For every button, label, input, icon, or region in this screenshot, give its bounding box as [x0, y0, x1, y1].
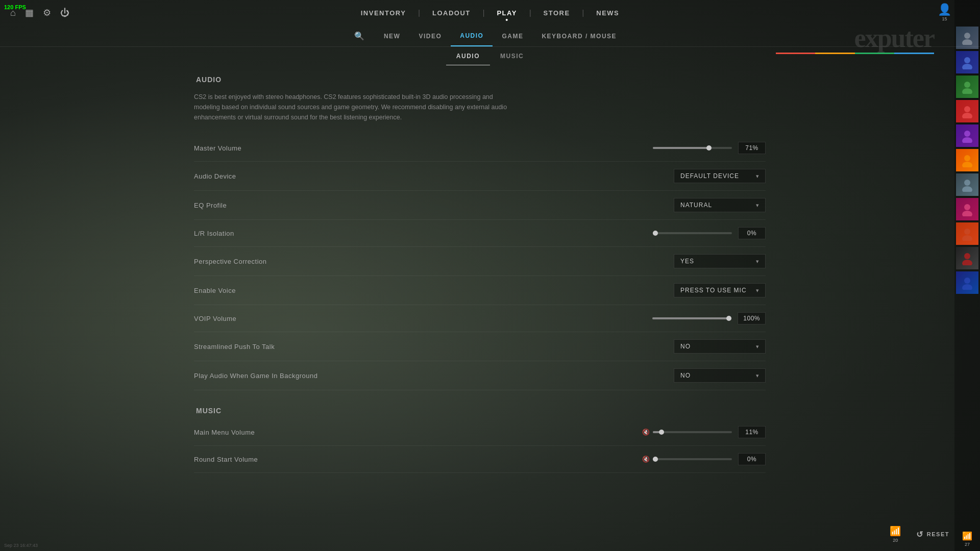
fps-counter: 120 FPS: [4, 4, 26, 10]
perspective-correction-dropdown[interactable]: YES ▾: [674, 254, 766, 268]
nav-item-news[interactable]: NEWS: [584, 2, 631, 24]
inventory-icon[interactable]: ▦: [25, 7, 34, 18]
voip-volume-row: VOIP Volume 100%: [194, 305, 766, 332]
audio-device-value: DEFAULT DEVICE: [680, 172, 739, 180]
avatar-11-placeholder: [956, 271, 978, 294]
settings-icon[interactable]: ⚙: [43, 7, 51, 18]
main-menu-volume-slider-container[interactable]: 🔇: [642, 429, 732, 436]
eq-profile-arrow: ▾: [756, 202, 759, 209]
streamlined-push-to-talk-dropdown[interactable]: NO ▾: [674, 339, 766, 354]
lr-isolation-slider-container[interactable]: [653, 232, 732, 234]
avatar-7[interactable]: [956, 173, 978, 196]
avatar-3-placeholder: [956, 76, 978, 98]
voip-volume-control: 100%: [296, 312, 766, 324]
avatar-5-placeholder: [956, 124, 978, 147]
top-nav: ⌂ ▦ ⚙ ⏻ INVENTORY | LOADOUT | PLAY | STO…: [0, 0, 980, 26]
svg-point-4: [964, 82, 970, 88]
main-menu-volume-track[interactable]: [653, 431, 732, 433]
play-audio-background-dropdown[interactable]: NO ▾: [674, 368, 766, 383]
section-gap: [194, 390, 766, 407]
main-menu-mute-icon[interactable]: 🔇: [642, 429, 650, 436]
nav-item-play[interactable]: PLAY: [484, 2, 529, 24]
svg-point-19: [962, 260, 972, 265]
master-volume-slider-container[interactable]: [653, 147, 732, 149]
round-start-volume-label: Round Start Volume: [194, 456, 296, 463]
round-start-volume-slider-container[interactable]: 🔇: [642, 456, 732, 463]
lr-isolation-thumb: [653, 231, 658, 236]
sub-sub-music[interactable]: MUSIC: [490, 47, 534, 65]
master-volume-track[interactable]: [653, 147, 732, 149]
round-start-volume-track[interactable]: [653, 458, 732, 460]
sub-sub-audio[interactable]: AUDIO: [446, 47, 490, 65]
main-content: Audio CS2 is best enjoyed with stereo he…: [194, 65, 766, 531]
master-volume-control: 71%: [296, 142, 766, 154]
reset-button[interactable]: ↺ RESET: [916, 530, 949, 539]
music-section-title: Music: [194, 407, 766, 415]
svg-point-6: [964, 106, 970, 112]
round-start-volume-thumb: [653, 457, 658, 462]
main-menu-volume-control: 🔇 11%: [296, 426, 766, 438]
wifi-icon: 📶: [890, 525, 901, 537]
svg-point-7: [962, 113, 972, 118]
perspective-correction-label: Perspective Correction: [194, 258, 296, 265]
avatar-11[interactable]: [956, 271, 978, 294]
play-audio-background-control: NO ▾: [317, 368, 766, 383]
wifi-button[interactable]: 📶 20: [890, 525, 901, 543]
enable-voice-control: PRESS TO USE MIC ▾: [296, 283, 766, 297]
enable-voice-dropdown[interactable]: PRESS TO USE MIC ▾: [674, 283, 766, 297]
timestamp: Sep 23 16:47:43: [4, 543, 38, 548]
main-menu-volume-thumb: [659, 430, 664, 435]
user-icon: 👤: [938, 3, 951, 16]
voip-volume-thumb: [726, 316, 731, 321]
nav-item-inventory[interactable]: INVENTORY: [349, 2, 419, 24]
nav-item-loadout[interactable]: LOADOUT: [420, 2, 483, 24]
main-menu-volume-label: Main Menu Volume: [194, 429, 296, 436]
avatar-9[interactable]: [956, 222, 978, 245]
voip-volume-label: VOIP Volume: [194, 315, 296, 322]
eq-profile-row: EQ Profile NATURAL ▾: [194, 191, 766, 220]
svg-point-20: [964, 278, 970, 284]
nav-item-store[interactable]: STORE: [531, 2, 582, 24]
avatar-5[interactable]: [956, 124, 978, 147]
top-right-user: 👤 15: [938, 3, 951, 21]
sub-nav-audio[interactable]: AUDIO: [451, 26, 493, 46]
voip-volume-slider-container[interactable]: [652, 317, 731, 319]
eq-profile-control: NATURAL ▾: [296, 198, 766, 212]
sub-nav-keyboard-mouse[interactable]: KEYBOARD / MOUSE: [532, 27, 626, 46]
eq-profile-dropdown[interactable]: NATURAL ▾: [674, 198, 766, 212]
voip-volume-track[interactable]: [652, 317, 731, 319]
audio-device-dropdown[interactable]: DEFAULT DEVICE ▾: [674, 169, 766, 183]
audio-device-label: Audio Device: [194, 172, 296, 180]
audio-description: CS2 is best enjoyed with stereo headphon…: [194, 92, 510, 122]
play-audio-background-value: NO: [680, 372, 691, 379]
streamlined-push-to-talk-label: Streamlined Push To Talk: [194, 343, 296, 350]
round-start-mute-icon[interactable]: 🔇: [642, 456, 650, 463]
sub-nav-video[interactable]: VIDEO: [409, 27, 451, 46]
avatar-6[interactable]: [956, 149, 978, 171]
eq-profile-label: EQ Profile: [194, 202, 296, 209]
enable-voice-value: PRESS TO USE MIC: [680, 287, 747, 294]
perspective-correction-control: YES ▾: [296, 254, 766, 268]
sub-sub-nav: AUDIO MUSIC: [0, 47, 980, 65]
avatar-8[interactable]: [956, 198, 978, 220]
sub-nav-game[interactable]: GAME: [493, 27, 532, 46]
lr-isolation-track[interactable]: [653, 232, 732, 234]
streamlined-push-to-talk-row: Streamlined Push To Talk NO ▾: [194, 332, 766, 361]
wifi-sidebar-icon: 📶: [962, 531, 972, 541]
avatar-4[interactable]: [956, 100, 978, 122]
main-menu-volume-row: Main Menu Volume 🔇 11%: [194, 419, 766, 446]
lr-isolation-control: 0%: [296, 227, 766, 239]
master-volume-label: Master Volume: [194, 144, 296, 152]
master-volume-row: Master Volume 71%: [194, 135, 766, 162]
power-icon[interactable]: ⏻: [60, 8, 69, 18]
search-icon[interactable]: 🔍: [354, 31, 364, 41]
avatar-3[interactable]: [956, 76, 978, 98]
lr-isolation-label: L/R Isolation: [194, 230, 296, 237]
svg-point-17: [962, 235, 972, 241]
voip-volume-fill: [652, 317, 731, 319]
perspective-correction-row: Perspective Correction YES ▾: [194, 247, 766, 276]
avatar-10[interactable]: [956, 247, 978, 269]
svg-point-10: [964, 155, 970, 161]
audio-device-arrow: ▾: [756, 173, 759, 180]
sub-nav-new[interactable]: NEW: [375, 27, 410, 46]
